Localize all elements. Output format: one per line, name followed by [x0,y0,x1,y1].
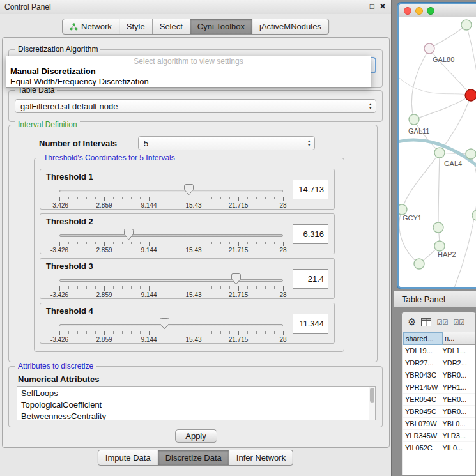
combobox-value: galFiltered.sif default node [20,102,118,111]
tab-infer-network[interactable]: Infer Network [229,450,293,465]
tab-discretize-data[interactable]: Discretize Data [158,450,229,465]
tick-label: 28 [279,202,286,209]
slider-thumb[interactable] [160,318,169,330]
network-node[interactable] [461,20,472,30]
list-item[interactable]: SelfLoops [17,388,375,399]
slider-track[interactable] [59,234,283,237]
table-row[interactable]: YLR345WYLR3... [403,430,475,442]
network-window-titlebar[interactable] [399,4,476,17]
tab-jactivemnodules[interactable]: jActiveMNodules [252,19,328,34]
table-cell: YER0... [440,394,475,406]
table-row[interactable]: YER054CYER0... [403,394,475,406]
tab-label: Select [160,22,183,31]
tab-label: Network [81,22,112,31]
network-node[interactable] [424,43,434,54]
network-node[interactable] [414,259,424,269]
network-node[interactable] [409,114,419,125]
gear-icon[interactable]: ⚙ [408,316,416,328]
list-item[interactable]: BetweennessCentrality [17,411,375,420]
float-icon[interactable]: □ [370,2,374,11]
network-node[interactable] [466,149,476,159]
slider-track[interactable] [59,190,283,192]
table-data-combobox[interactable]: galFiltered.sif default node ▲▼ [15,99,376,113]
apply-button[interactable]: Apply [175,429,217,443]
tick-label: 2.859 [96,202,112,209]
window-buttons: □ ✕ [370,2,386,11]
tab-style[interactable]: Style [119,19,153,34]
slider-major-ticks [59,197,284,201]
table-cell: YER054C [403,394,440,406]
network-node[interactable] [433,222,443,233]
tab-label: Style [127,22,145,31]
slider-thumb[interactable] [231,273,241,285]
tick-label: 15.43 [185,247,201,254]
group-title: Interval Definition [15,120,80,129]
table-cell: YDL1... [440,345,475,357]
network-canvas[interactable]: GAL80GAL11GAL4GCY1HAP2 [399,17,476,287]
group-title: Attributes to discretize [15,362,96,371]
table-panel-header[interactable]: Table Panel [394,291,476,307]
unselect-checkboxes-icon[interactable]: ☑☑ [453,319,464,326]
network-edge [438,153,440,227]
threshold-value-field[interactable]: 21.4 [293,269,328,289]
threshold-panel: Threshold 1-3.4262.8599.14415.4321.71528… [40,169,335,210]
close-icon[interactable]: ✕ [380,2,386,11]
slider-track[interactable] [59,279,283,282]
network-node-label: GAL11 [408,127,429,135]
table-cell: YBR045C [403,406,440,418]
select-all-checkboxes-icon[interactable]: ☑☑ [436,319,448,326]
table-cell: YLR3... [440,430,475,442]
network-node-label: HAP2 [438,250,456,258]
tick-label: 9.144 [141,202,157,209]
list-item[interactable]: TopologicalCoefficient [17,399,375,411]
tab-cyni-toolbox[interactable]: Cyni Toolbox [190,19,252,34]
table-cell: YDL19... [403,345,440,357]
network-node[interactable] [434,148,445,158]
network-node[interactable] [434,241,445,251]
column-header-shared-name[interactable]: shared... [403,332,443,345]
threshold-value-field[interactable]: 14.713 [293,180,328,199]
tab-impute-data[interactable]: Impute Data [98,450,158,465]
slider-track[interactable] [59,324,283,326]
network-node[interactable] [472,210,476,220]
slider-thumb[interactable] [184,184,194,196]
table-row[interactable]: YIL052CYIL0... [403,442,475,454]
table-toolbar: ⚙ ☑☑ ☑☑ [402,312,475,332]
table-panel-title: Table Panel [402,295,445,304]
network-node[interactable] [399,204,407,215]
num-intervals-combobox[interactable]: 5 ▲▼ [138,136,315,150]
tab-label: Cyni Toolbox [197,22,245,31]
columns-icon[interactable] [421,318,431,326]
tick-label: 15.43 [185,291,201,298]
network-node[interactable] [465,89,476,101]
table-row[interactable]: YBL079WYBL0... [403,418,475,430]
table-row[interactable]: YBR045CYBR0... [403,406,475,418]
network-icon [70,23,78,31]
table-row[interactable]: YDR27...YDR2... [403,357,475,369]
node-table: shared... n... YDL19...YDL1...YDR27...YD… [403,332,475,475]
control-panel: Control Panel □ ✕ Network Style Select C… [0,0,392,476]
table-cell: YBR0... [440,406,475,418]
table-row[interactable]: YPR145WYPR1... [403,381,475,394]
tab-network[interactable]: Network [63,19,119,34]
tick-label: 2.859 [96,336,112,343]
thresholds-group: Threshold's Coordinates for 5 Intervals … [34,158,344,352]
table-row[interactable]: YDL19...YDL1... [403,345,475,357]
scrollbar-thumb[interactable] [370,388,374,403]
table-row[interactable]: YBR043CYBR0... [403,369,475,381]
dropdown-option-equal-width[interactable]: Equal Width/Frequency Discretization [6,77,371,87]
tab-label: Impute Data [105,453,151,463]
zoom-traffic-light-icon[interactable] [427,7,434,15]
dropdown-option-manual[interactable]: Manual Discretization [6,66,371,77]
network-node-label: GAL4 [444,160,462,167]
close-traffic-light-icon[interactable] [404,7,411,15]
tab-select[interactable]: Select [153,19,190,34]
minimize-traffic-light-icon[interactable] [415,7,423,15]
list-scrollbar[interactable] [369,387,375,420]
slider-thumb[interactable] [124,229,134,240]
column-header-name[interactable]: n... [443,332,475,345]
network-edge [399,78,471,95]
threshold-value-field[interactable]: 6.316 [293,224,328,244]
threshold-value-field[interactable]: 11.344 [293,314,328,334]
threshold-panel: Threshold 3-3.4262.8599.14415.4321.71528… [40,258,335,299]
